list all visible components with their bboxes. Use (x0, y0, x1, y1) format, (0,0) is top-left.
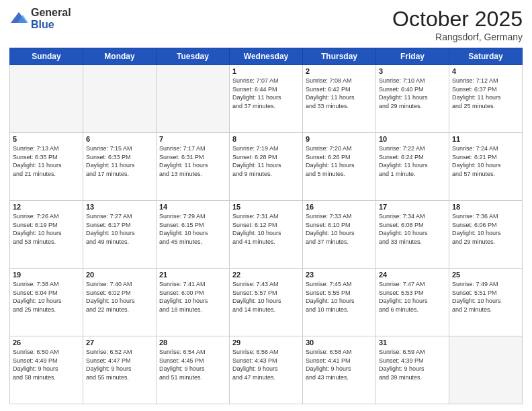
header-tuesday: Tuesday (157, 48, 230, 65)
day-cell-4-5: 23Sunrise: 7:45 AM Sunset: 5:55 PM Dayli… (303, 269, 376, 336)
day-info: Sunrise: 7:10 AM Sunset: 6:40 PM Dayligh… (379, 77, 446, 110)
week-row-1: 1Sunrise: 7:07 AM Sunset: 6:44 PM Daylig… (10, 65, 523, 133)
day-number: 19 (13, 271, 80, 279)
day-cell-1-4: 1Sunrise: 7:07 AM Sunset: 6:44 PM Daylig… (230, 65, 303, 133)
day-info: Sunrise: 6:58 AM Sunset: 4:41 PM Dayligh… (306, 348, 373, 381)
day-info: Sunrise: 7:38 AM Sunset: 6:04 PM Dayligh… (13, 280, 80, 314)
day-cell-1-6: 3Sunrise: 7:10 AM Sunset: 6:40 PM Daylig… (376, 65, 449, 133)
day-cell-1-5: 2Sunrise: 7:08 AM Sunset: 6:42 PM Daylig… (303, 65, 376, 133)
header-friday: Friday (376, 48, 449, 65)
day-info: Sunrise: 7:26 AM Sunset: 6:19 PM Dayligh… (13, 212, 80, 246)
day-cell-5-4: 29Sunrise: 6:56 AM Sunset: 4:43 PM Dayli… (230, 336, 303, 404)
header-thursday: Thursday (303, 48, 376, 65)
day-cell-1-3 (157, 65, 230, 133)
day-cell-3-4: 15Sunrise: 7:31 AM Sunset: 6:12 PM Dayli… (230, 201, 303, 269)
logo-blue-text: Blue (31, 19, 71, 31)
day-number: 27 (86, 338, 153, 347)
day-number: 31 (379, 338, 446, 347)
day-cell-4-3: 21Sunrise: 7:41 AM Sunset: 6:00 PM Dayli… (157, 269, 230, 336)
calendar-table: Sunday Monday Tuesday Wednesday Thursday… (9, 48, 523, 404)
week-row-2: 5Sunrise: 7:13 AM Sunset: 6:35 PM Daylig… (10, 133, 523, 201)
day-cell-2-4: 8Sunrise: 7:19 AM Sunset: 6:28 PM Daylig… (230, 133, 303, 201)
day-number: 29 (232, 338, 300, 347)
day-number: 28 (159, 338, 226, 347)
logo-general-text: General (31, 7, 71, 19)
day-cell-5-3: 28Sunrise: 6:54 AM Sunset: 4:45 PM Dayli… (157, 336, 230, 404)
day-cell-4-7: 25Sunrise: 7:49 AM Sunset: 5:51 PM Dayli… (449, 269, 523, 336)
title-block: October 2025 Rangsdorf, Germany (392, 7, 523, 42)
day-cell-3-6: 17Sunrise: 7:34 AM Sunset: 6:08 PM Dayli… (376, 201, 449, 269)
day-info: Sunrise: 7:19 AM Sunset: 6:28 PM Dayligh… (232, 144, 300, 178)
day-cell-5-1: 26Sunrise: 6:50 AM Sunset: 4:49 PM Dayli… (10, 336, 83, 404)
day-number: 17 (379, 203, 446, 211)
day-info: Sunrise: 7:27 AM Sunset: 6:17 PM Dayligh… (86, 212, 153, 246)
day-cell-4-1: 19Sunrise: 7:38 AM Sunset: 6:04 PM Dayli… (10, 269, 83, 336)
page: General Blue October 2025 Rangsdorf, Ger… (0, 0, 532, 411)
day-info: Sunrise: 7:34 AM Sunset: 6:08 PM Dayligh… (379, 212, 446, 246)
day-number: 1 (232, 67, 300, 75)
day-number: 9 (306, 135, 373, 143)
day-info: Sunrise: 7:22 AM Sunset: 6:24 PM Dayligh… (379, 144, 446, 178)
day-number: 24 (379, 271, 446, 279)
day-cell-3-5: 16Sunrise: 7:33 AM Sunset: 6:10 PM Dayli… (303, 201, 376, 269)
week-row-5: 26Sunrise: 6:50 AM Sunset: 4:49 PM Dayli… (10, 336, 523, 404)
day-number: 6 (86, 135, 153, 143)
day-number: 22 (232, 271, 300, 279)
day-number: 11 (452, 135, 519, 143)
day-cell-1-7: 4Sunrise: 7:12 AM Sunset: 6:37 PM Daylig… (449, 65, 523, 133)
header-wednesday: Wednesday (230, 48, 303, 65)
day-info: Sunrise: 7:24 AM Sunset: 6:21 PM Dayligh… (452, 144, 519, 178)
day-cell-5-6: 31Sunrise: 6:59 AM Sunset: 4:39 PM Dayli… (376, 336, 449, 404)
day-info: Sunrise: 6:52 AM Sunset: 4:47 PM Dayligh… (86, 348, 153, 381)
day-number: 10 (379, 135, 446, 143)
day-info: Sunrise: 7:36 AM Sunset: 6:06 PM Dayligh… (452, 212, 519, 246)
weekday-header-row: Sunday Monday Tuesday Wednesday Thursday… (10, 48, 523, 65)
day-number: 8 (232, 135, 300, 143)
day-cell-5-2: 27Sunrise: 6:52 AM Sunset: 4:47 PM Dayli… (83, 336, 157, 404)
day-cell-3-2: 13Sunrise: 7:27 AM Sunset: 6:17 PM Dayli… (83, 201, 157, 269)
day-info: Sunrise: 6:50 AM Sunset: 4:49 PM Dayligh… (13, 348, 80, 381)
day-info: Sunrise: 6:56 AM Sunset: 4:43 PM Dayligh… (232, 348, 300, 381)
day-info: Sunrise: 7:13 AM Sunset: 6:35 PM Dayligh… (13, 144, 80, 178)
day-number: 16 (306, 203, 373, 211)
day-cell-4-2: 20Sunrise: 7:40 AM Sunset: 6:02 PM Dayli… (83, 269, 157, 336)
day-info: Sunrise: 7:40 AM Sunset: 6:02 PM Dayligh… (86, 280, 153, 314)
day-cell-2-3: 7Sunrise: 7:17 AM Sunset: 6:31 PM Daylig… (157, 133, 230, 201)
day-number: 21 (159, 271, 226, 279)
day-info: Sunrise: 7:17 AM Sunset: 6:31 PM Dayligh… (159, 144, 226, 178)
header-sunday: Sunday (10, 48, 83, 65)
logo-icon (9, 9, 28, 28)
day-number: 2 (306, 67, 373, 75)
day-cell-2-2: 6Sunrise: 7:15 AM Sunset: 6:33 PM Daylig… (83, 133, 157, 201)
day-info: Sunrise: 7:20 AM Sunset: 6:26 PM Dayligh… (306, 144, 373, 178)
day-info: Sunrise: 7:41 AM Sunset: 6:00 PM Dayligh… (159, 280, 226, 314)
day-number: 23 (306, 271, 373, 279)
logo: General Blue (9, 7, 71, 30)
week-row-3: 12Sunrise: 7:26 AM Sunset: 6:19 PM Dayli… (10, 201, 523, 269)
day-info: Sunrise: 7:45 AM Sunset: 5:55 PM Dayligh… (306, 280, 373, 314)
week-row-4: 19Sunrise: 7:38 AM Sunset: 6:04 PM Dayli… (10, 269, 523, 336)
day-info: Sunrise: 7:47 AM Sunset: 5:53 PM Dayligh… (379, 280, 446, 314)
day-cell-3-3: 14Sunrise: 7:29 AM Sunset: 6:15 PM Dayli… (157, 201, 230, 269)
day-cell-2-7: 11Sunrise: 7:24 AM Sunset: 6:21 PM Dayli… (449, 133, 523, 201)
day-info: Sunrise: 7:29 AM Sunset: 6:15 PM Dayligh… (159, 212, 226, 246)
day-cell-2-1: 5Sunrise: 7:13 AM Sunset: 6:35 PM Daylig… (10, 133, 83, 201)
day-number: 5 (13, 135, 80, 143)
day-number: 4 (452, 67, 519, 75)
day-number: 3 (379, 67, 446, 75)
day-number: 15 (232, 203, 300, 211)
header: General Blue October 2025 Rangsdorf, Ger… (9, 7, 523, 42)
day-number: 13 (86, 203, 153, 211)
day-number: 26 (13, 338, 80, 347)
day-number: 25 (452, 271, 519, 279)
day-info: Sunrise: 7:49 AM Sunset: 5:51 PM Dayligh… (452, 280, 519, 314)
day-cell-3-1: 12Sunrise: 7:26 AM Sunset: 6:19 PM Dayli… (10, 201, 83, 269)
day-number: 20 (86, 271, 153, 279)
day-info: Sunrise: 7:15 AM Sunset: 6:33 PM Dayligh… (86, 144, 153, 178)
header-saturday: Saturday (449, 48, 523, 65)
day-cell-3-7: 18Sunrise: 7:36 AM Sunset: 6:06 PM Dayli… (449, 201, 523, 269)
day-info: Sunrise: 7:33 AM Sunset: 6:10 PM Dayligh… (306, 212, 373, 246)
day-cell-4-6: 24Sunrise: 7:47 AM Sunset: 5:53 PM Dayli… (376, 269, 449, 336)
day-info: Sunrise: 7:43 AM Sunset: 5:57 PM Dayligh… (232, 280, 300, 314)
day-info: Sunrise: 7:12 AM Sunset: 6:37 PM Dayligh… (452, 77, 519, 110)
